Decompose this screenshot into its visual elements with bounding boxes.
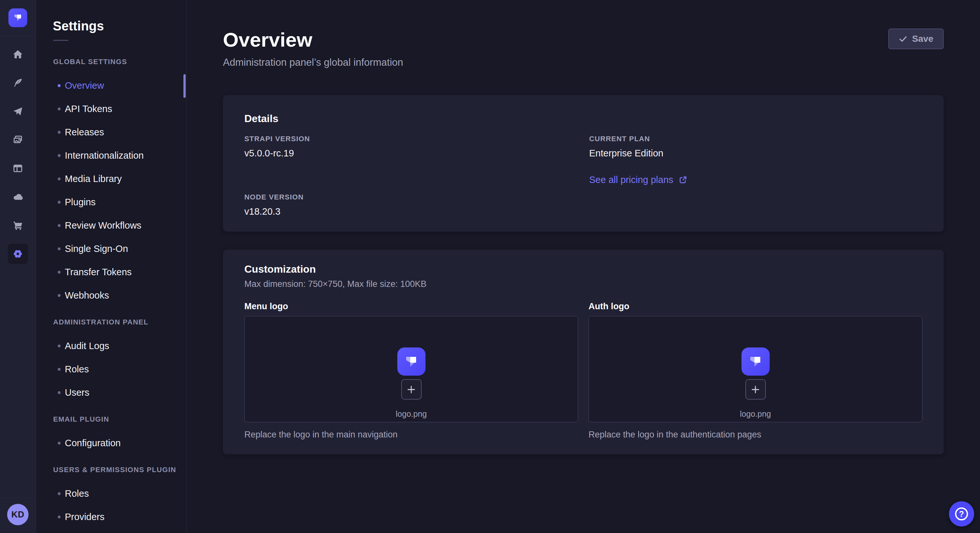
pictures-icon — [12, 134, 23, 145]
rail-marketplace-link[interactable] — [12, 220, 23, 231]
rail-content-type-builder-link[interactable] — [12, 163, 23, 174]
settings-nav-item-audit-logs[interactable]: Audit Logs — [36, 334, 186, 357]
settings-nav-item-internationalization[interactable]: Internationalization — [36, 144, 186, 167]
strapi-version-label: STRAPI VERSION — [244, 135, 578, 143]
subnav-scrollbar[interactable] — [183, 74, 186, 98]
strapi-version-field: STRAPI VERSION v5.0.0-rc.19 — [244, 135, 578, 159]
settings-nav-item-roles[interactable]: Roles — [36, 357, 186, 381]
node-version-label: NODE VERSION — [244, 193, 578, 201]
details-left-column: STRAPI VERSION v5.0.0-rc.19 NODE VERSION… — [244, 135, 578, 217]
rail-releases-link[interactable] — [12, 106, 23, 117]
settings-nav-item-single-sign-on[interactable]: Single Sign-On — [36, 237, 186, 260]
auth-logo-dropzone[interactable]: logo.png — [589, 316, 922, 422]
menu-logo-preview — [397, 347, 425, 376]
plus-icon — [406, 384, 417, 395]
menu-logo-dropzone[interactable]: logo.png — [244, 316, 578, 422]
details-card-title: Details — [244, 112, 922, 125]
customization-card-subtitle: Max dimension: 750×750, Max file size: 1… — [244, 279, 922, 289]
rail-bottom-divider — [0, 498, 36, 498]
plus-icon — [750, 384, 760, 395]
settings-nav-section: EMAIL PLUGIN Configuration — [36, 415, 186, 455]
rail-home-link[interactable] — [12, 49, 23, 60]
page-header: Overview Administration panel’s global i… — [223, 0, 944, 69]
strapi-admin-app: KD Settings GLOBAL SETTINGS Overview API… — [0, 0, 980, 533]
settings-nav-item-providers[interactable]: Providers — [36, 505, 186, 528]
node-version-value: v18.20.3 — [244, 206, 578, 217]
page-subtitle: Administration panel’s global informatio… — [223, 56, 944, 69]
settings-nav-section: GLOBAL SETTINGS Overview API Tokens Rele… — [36, 58, 186, 307]
save-button-label: Save — [912, 34, 933, 44]
bullet-icon — [58, 154, 60, 157]
subnav-title: Settings — [53, 18, 186, 34]
pricing-plans-link[interactable]: See all pricing plans — [589, 174, 688, 185]
external-link-icon — [678, 175, 688, 185]
bullet-icon — [58, 492, 60, 495]
layout-icon — [12, 163, 23, 174]
settings-nav-item-media-library[interactable]: Media Library — [36, 167, 186, 190]
bullet-icon — [58, 224, 60, 227]
settings-nav-item-list: Audit Logs Roles Users — [36, 334, 186, 404]
settings-nav-item-list: Overview API Tokens Releases Internation… — [36, 74, 186, 307]
settings-nav-item-api-tokens[interactable]: API Tokens — [36, 97, 186, 121]
bullet-icon — [58, 442, 60, 444]
menu-logo-caption: Replace the logo in the main navigation — [244, 429, 578, 440]
strapi-mark-icon — [401, 352, 421, 371]
rail-cloud-link[interactable] — [12, 191, 23, 202]
current-plan-value: Enterprise Edition — [589, 148, 922, 159]
auth-logo-field: Auth logo — [589, 301, 922, 440]
bullet-icon — [58, 201, 60, 204]
auth-logo-filename: logo.png — [740, 409, 771, 419]
rail-media-library-link[interactable] — [12, 134, 23, 145]
paper-plane-icon — [12, 106, 23, 117]
menu-logo-add-button[interactable] — [401, 379, 422, 400]
main-content: Overview Administration panel’s global i… — [187, 0, 980, 533]
auth-logo-caption: Replace the logo in the authentication p… — [589, 429, 922, 440]
help-button[interactable]: ? — [949, 501, 974, 527]
settings-nav-item-list: Configuration — [36, 431, 186, 455]
settings-nav-section-label: EMAIL PLUGIN — [53, 415, 186, 424]
bullet-icon — [58, 344, 60, 347]
settings-nav-item-transfer-tokens[interactable]: Transfer Tokens — [36, 260, 186, 284]
settings-nav-section-label: GLOBAL SETTINGS — [53, 58, 186, 66]
page-title: Overview — [223, 28, 944, 52]
strapi-mark-icon — [11, 11, 24, 24]
rail-content-manager-link[interactable] — [12, 78, 23, 89]
settings-nav-item-users[interactable]: Users — [36, 381, 186, 404]
bullet-icon — [58, 84, 60, 87]
menu-logo-label: Menu logo — [244, 301, 578, 311]
settings-nav-item-overview[interactable]: Overview — [36, 74, 186, 97]
settings-nav-item-review-workflows[interactable]: Review Workflows — [36, 214, 186, 237]
auth-logo-label: Auth logo — [589, 301, 922, 311]
question-mark-icon: ? — [955, 508, 968, 520]
user-avatar[interactable]: KD — [7, 504, 29, 525]
bullet-icon — [58, 271, 60, 274]
settings-nav-item-configuration[interactable]: Configuration — [36, 431, 186, 455]
settings-nav-item-roles[interactable]: Roles — [36, 482, 186, 505]
settings-nav-section-label: USERS & PERMISSIONS PLUGIN — [53, 466, 186, 474]
customization-card-title: Customization — [244, 263, 922, 276]
bullet-icon — [58, 368, 60, 371]
bullet-icon — [58, 108, 60, 110]
current-plan-label: CURRENT PLAN — [589, 135, 922, 143]
auth-logo-add-button[interactable] — [745, 379, 766, 400]
feather-icon — [12, 78, 23, 89]
customization-card: Customization Max dimension: 750×750, Ma… — [223, 250, 944, 454]
subnav-title-divider — [53, 40, 68, 41]
home-icon — [12, 49, 23, 60]
details-right-column: CURRENT PLAN Enterprise Edition See all … — [589, 135, 922, 217]
node-version-field: NODE VERSION v18.20.3 — [244, 193, 578, 217]
bullet-icon — [58, 178, 60, 180]
menu-logo-filename: logo.png — [396, 409, 427, 419]
settings-nav-item-releases[interactable]: Releases — [36, 121, 186, 144]
current-plan-field: CURRENT PLAN Enterprise Edition — [589, 135, 922, 159]
settings-nav-section: USERS & PERMISSIONS PLUGIN Roles Provide… — [36, 466, 186, 528]
pricing-plans-link-label: See all pricing plans — [589, 174, 673, 185]
save-button[interactable]: Save — [888, 29, 944, 49]
rail-settings-link[interactable] — [12, 248, 23, 259]
settings-nav-item-webhooks[interactable]: Webhooks — [36, 284, 186, 307]
settings-nav-item-plugins[interactable]: Plugins — [36, 190, 186, 214]
strapi-logo[interactable] — [8, 8, 27, 27]
strapi-mark-icon — [746, 352, 765, 371]
settings-nav-item-list: Roles Providers — [36, 482, 186, 528]
menu-logo-field: Menu logo — [244, 301, 578, 440]
